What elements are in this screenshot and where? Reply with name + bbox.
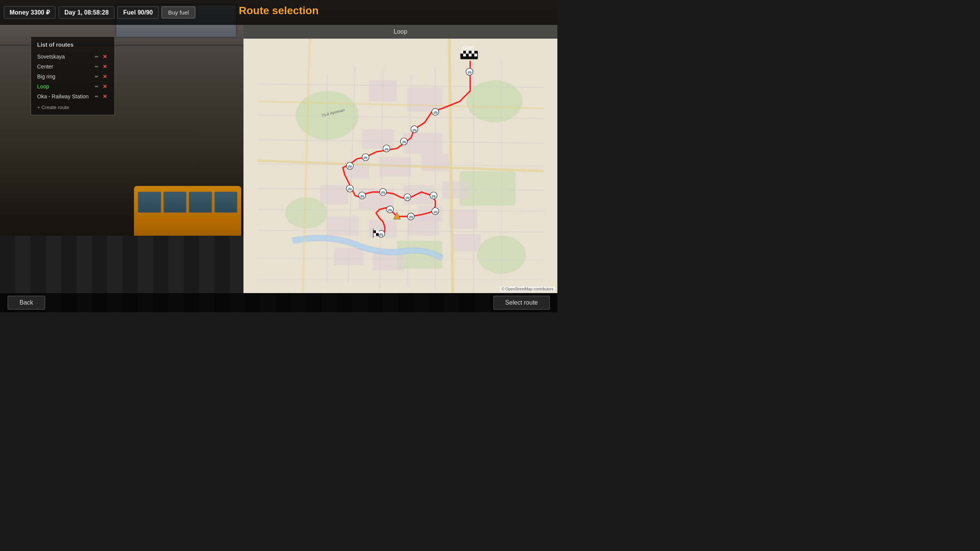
map-route-name: Loop <box>394 28 407 35</box>
svg-text:🚌: 🚌 <box>384 147 389 151</box>
create-route-button[interactable]: + Create route <box>37 104 108 110</box>
delete-icon-2[interactable]: ✕ <box>101 63 108 70</box>
route-actions-1: ✏ ✕ <box>93 53 108 60</box>
svg-rect-66 <box>463 54 466 56</box>
list-item[interactable]: Big ring ✏ ✕ <box>37 72 108 82</box>
svg-rect-63 <box>472 51 474 54</box>
edit-icon-1[interactable]: ✏ <box>93 53 100 60</box>
route-actions-5: ✏ ✕ <box>93 93 108 100</box>
edit-icon-5[interactable]: ✏ <box>93 93 100 100</box>
route-name-center: Center <box>37 64 89 70</box>
svg-text:🚌: 🚌 <box>360 194 364 198</box>
delete-icon-3[interactable]: ✕ <box>101 73 108 80</box>
bottom-bar: Back Select route <box>0 293 557 312</box>
svg-text:🚌: 🚌 <box>381 190 385 194</box>
time-display: Day 1, 08:58:28 <box>59 7 114 19</box>
edit-icon-3[interactable]: ✏ <box>93 73 100 80</box>
route-list-box: List of routes Sovetskaya ✏ ✕ Center ✏ ✕… <box>31 36 115 115</box>
edit-icon-4[interactable]: ✏ <box>93 83 100 90</box>
svg-rect-67 <box>466 54 469 56</box>
svg-text:🚌: 🚌 <box>402 139 407 144</box>
svg-rect-65 <box>461 54 463 56</box>
svg-text:🚌: 🚌 <box>433 209 438 214</box>
map-svg: 🚌 🚌 🚌 🚌 🚌 <box>243 39 557 293</box>
svg-text:🚌: 🚌 <box>388 207 392 212</box>
back-button[interactable]: Back <box>8 296 45 310</box>
delete-icon-1[interactable]: ✕ <box>101 53 108 60</box>
map-panel: Loop <box>243 25 557 293</box>
delete-icon-4[interactable]: ✕ <box>101 83 108 90</box>
svg-text:🚌: 🚌 <box>409 214 413 219</box>
svg-text:🚌: 🚌 <box>348 164 352 168</box>
route-actions-2: ✏ ✕ <box>93 63 108 70</box>
route-name-loop: Loop <box>37 83 89 90</box>
map-body: 🚌 🚌 🚌 🚌 🚌 <box>243 39 557 293</box>
list-item[interactable]: Sovetskaya ✏ ✕ <box>37 52 108 62</box>
svg-rect-21 <box>449 209 477 228</box>
route-actions-4: ✏ ✕ <box>93 83 108 90</box>
svg-text:🚌: 🚌 <box>348 186 352 191</box>
money-display: Money 3300 ₽ <box>4 6 56 19</box>
svg-text:🚌: 🚌 <box>431 194 436 198</box>
svg-rect-69 <box>472 54 474 56</box>
route-name-oka: Oka - Railway Station <box>37 93 89 99</box>
svg-rect-60 <box>463 51 466 54</box>
svg-rect-68 <box>469 54 472 56</box>
edit-icon-2[interactable]: ✏ <box>93 63 100 70</box>
svg-rect-14 <box>320 185 348 204</box>
svg-text:START: START <box>462 46 475 50</box>
svg-rect-72 <box>373 230 376 233</box>
svg-rect-74 <box>373 233 376 236</box>
map-attribution: © OpenStreetMap contributors <box>500 287 555 292</box>
svg-rect-59 <box>461 51 463 54</box>
svg-text:🚌: 🚌 <box>433 110 438 114</box>
svg-rect-70 <box>474 54 477 56</box>
svg-text:🚌: 🚌 <box>363 155 368 160</box>
svg-rect-62 <box>469 51 472 54</box>
list-item[interactable]: Center ✏ ✕ <box>37 62 108 72</box>
list-item[interactable]: Oka - Railway Station ✏ ✕ <box>37 91 108 101</box>
route-name-bigring: Big ring <box>37 73 89 80</box>
route-name-sovetskaya: Sovetskaya <box>37 54 89 60</box>
svg-rect-8 <box>407 88 442 112</box>
svg-text:🚌: 🚌 <box>405 195 410 200</box>
svg-rect-61 <box>466 51 469 54</box>
route-list-title: List of routes <box>37 41 108 48</box>
delete-icon-5[interactable]: ✕ <box>101 93 108 100</box>
svg-rect-75 <box>376 233 379 236</box>
route-list: Sovetskaya ✏ ✕ Center ✏ ✕ Big ring ✏ ✕ <box>37 52 108 101</box>
svg-text:🚌: 🚌 <box>467 70 472 74</box>
svg-rect-73 <box>376 230 379 233</box>
svg-text:🚌: 🚌 <box>379 232 384 236</box>
buy-fuel-button[interactable]: Buy fuel <box>162 7 195 18</box>
svg-rect-24 <box>418 206 443 222</box>
list-item-active[interactable]: Loop ✏ ✕ <box>37 82 108 91</box>
svg-text:🚌: 🚌 <box>412 127 417 132</box>
svg-rect-18 <box>327 217 359 236</box>
svg-rect-17 <box>442 181 468 199</box>
hud-bar: Money 3300 ₽ Day 1, 08:58:28 Fuel 90/90 … <box>0 0 557 25</box>
fuel-display: Fuel 90/90 <box>118 7 158 19</box>
map-header: Loop <box>243 25 557 39</box>
select-route-button[interactable]: Select route <box>493 296 550 310</box>
route-actions-3: ✏ ✕ <box>93 73 108 80</box>
svg-rect-25 <box>453 234 481 251</box>
svg-rect-64 <box>474 51 477 54</box>
route-list-panel: List of routes Sovetskaya ✏ ✕ Center ✏ ✕… <box>0 25 245 312</box>
